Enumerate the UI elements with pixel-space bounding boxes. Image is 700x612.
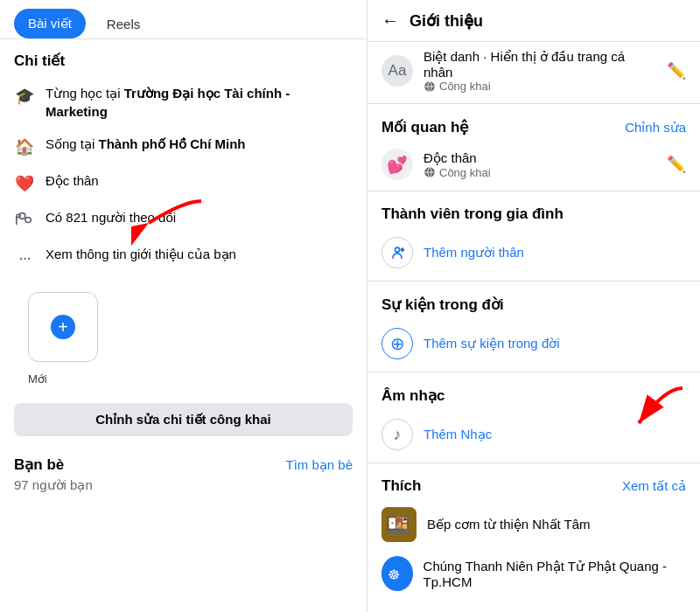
like-item-0[interactable]: 🍱 Bếp cơm từ thiện Nhất Tâm xyxy=(368,500,700,549)
find-friends-link[interactable]: Tìm bạn bè xyxy=(285,457,353,473)
relationship-item: 💕 Độc thân Công khai ✏️ xyxy=(368,142,700,187)
detail-relationship: ❤️ Độc thân xyxy=(0,164,367,201)
music-section-title: Âm nhạc xyxy=(382,386,444,405)
relationship-sub: Công khai xyxy=(424,166,656,179)
add-event-item[interactable]: ⊕ Thêm sự kiện trong đời xyxy=(368,319,700,368)
right-panel: ← Giới thiệu Aa Biệt danh · Hiển thị ở đ… xyxy=(368,0,700,612)
music-add-icon: ♪ xyxy=(382,419,413,450)
like-item-1[interactable]: ☸ Chúng Thanh Niên Phật Tử Phật Quang - … xyxy=(368,549,700,598)
more-icon: ··· xyxy=(14,247,35,268)
right-title: Giới thiệu xyxy=(410,11,483,31)
detail-education: 🎓 Từng học tại Trường Đại học Tài chính … xyxy=(0,77,367,128)
add-music-label: Thêm Nhạc xyxy=(424,427,492,442)
relationship-info: Độc thân Công khai xyxy=(424,150,656,179)
nickname-text: Biệt danh · Hiển thị ở đầu trang cá nhân… xyxy=(424,49,656,93)
relationship-section-title: Mối quan hệ xyxy=(382,118,468,136)
add-event-label: Thêm sự kiện trong đời xyxy=(424,336,560,351)
friends-count: 97 người bạn xyxy=(0,477,367,500)
divider-3 xyxy=(368,281,700,282)
right-header: ← Giới thiệu xyxy=(368,0,700,42)
nickname-edit-icon[interactable]: ✏️ xyxy=(667,61,686,80)
nickname-item: Aa Biệt danh · Hiển thị ở đầu trang cá n… xyxy=(368,42,700,100)
location-city: Thành phố Hồ Chí Minh xyxy=(99,136,246,151)
story-section: + Mới xyxy=(0,275,367,393)
relationship-edit-link[interactable]: Chỉnh sửa xyxy=(625,120,686,136)
tabs-bar: Bài viết Reels xyxy=(0,0,367,39)
red-arrow-followers xyxy=(131,197,210,249)
location-text: Sống tại Thành phố Hồ Chí Minh xyxy=(46,135,246,153)
friends-header: Bạn bè Tìm bạn bè xyxy=(0,447,367,477)
divider-5 xyxy=(368,462,700,463)
detail-section-title: Chi tiết xyxy=(0,39,367,77)
new-story-label: Mới xyxy=(28,372,353,386)
friends-title: Bạn bè xyxy=(14,456,64,474)
relationship-text: Độc thân xyxy=(46,171,99,190)
tab-baiviet[interactable]: Bài viết xyxy=(14,9,86,38)
events-section-title: Sự kiện trong đời xyxy=(382,296,504,314)
education-text: Từng học tại Trường Đại học Tài chính - … xyxy=(46,84,353,121)
followers-icon xyxy=(14,210,35,231)
new-story-button[interactable]: + xyxy=(28,292,98,362)
edit-public-details-button[interactable]: Chỉnh sửa chi tiết công khai xyxy=(14,403,353,436)
relationship-status: Độc thân xyxy=(424,150,656,166)
like-text-0: Bếp cơm từ thiện Nhất Tâm xyxy=(427,517,591,532)
left-panel: Bài viết Reels Chi tiết 🎓 Từng học tại T… xyxy=(0,0,368,612)
nickname-label: Biệt danh · Hiển thị ở đầu trang cá nhân xyxy=(424,49,656,80)
nickname-sub: Công khai xyxy=(424,80,656,93)
family-section-title: Thành viên trong gia đình xyxy=(382,205,564,223)
back-button[interactable]: ← xyxy=(382,10,399,31)
add-family-label: Thêm người thân xyxy=(424,245,524,261)
family-add-icon xyxy=(382,237,413,268)
svg-text:☸: ☸ xyxy=(388,567,400,582)
svg-point-3 xyxy=(396,247,400,252)
add-family-item[interactable]: Thêm người thân xyxy=(368,228,700,277)
detail-followers: Có 821 người theo dõi xyxy=(0,201,367,238)
tab-reels[interactable]: Reels xyxy=(93,9,154,38)
education-icon: 🎓 xyxy=(14,86,35,107)
music-header: Âm nhạc xyxy=(368,376,700,410)
family-header: Thành viên trong gia đình xyxy=(368,195,700,228)
add-music-item[interactable]: ♪ Thêm Nhạc xyxy=(368,410,700,459)
likes-header: Thích Xem tất cả xyxy=(368,467,700,500)
heart-icon-right: 💕 xyxy=(382,149,413,180)
divider-1 xyxy=(368,103,700,104)
svg-text:🍱: 🍱 xyxy=(386,513,410,537)
likes-see-all-link[interactable]: Xem tất cả xyxy=(622,478,686,494)
relationship-visibility: Công khai xyxy=(439,166,491,179)
relationship-edit-icon[interactable]: ✏️ xyxy=(667,155,686,174)
like-icon-0: 🍱 xyxy=(382,507,416,542)
divider-4 xyxy=(368,372,700,372)
plus-icon: + xyxy=(51,315,75,339)
nickname-visibility: Công khai xyxy=(439,80,491,93)
like-text-1: Chúng Thanh Niên Phật Tử Phật Quang - Tp… xyxy=(424,559,686,589)
home-icon: 🏠 xyxy=(14,136,35,157)
detail-location: 🏠 Sống tại Thành phố Hồ Chí Minh xyxy=(0,128,367,164)
education-school: Trường Đại học Tài chính - Marketing xyxy=(46,86,290,119)
text-icon: Aa xyxy=(382,55,413,87)
relationship-header: Mối quan hệ Chỉnh sửa xyxy=(368,108,700,142)
heart-icon: ❤️ xyxy=(14,173,35,194)
like-icon-1: ☸ xyxy=(382,556,413,591)
event-add-icon: ⊕ xyxy=(382,328,413,359)
likes-section-title: Thích xyxy=(382,477,421,495)
events-header: Sự kiện trong đời xyxy=(368,285,700,319)
divider-2 xyxy=(368,191,700,191)
